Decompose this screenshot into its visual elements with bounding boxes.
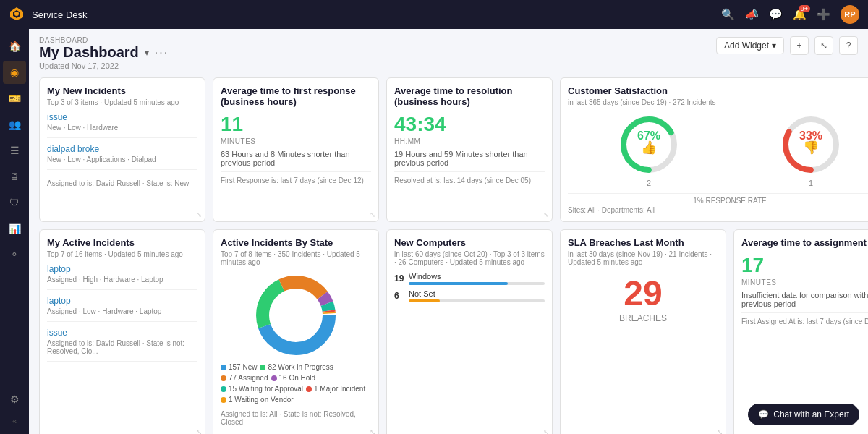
widget-avg-first-response: Average time to first response (business… (213, 77, 379, 222)
app-title: Service Desk (32, 9, 714, 20)
customer-satisfaction-title: Customer Satisfaction (568, 85, 868, 96)
incident-title[interactable]: dialpad broke (47, 144, 197, 154)
resize-handle[interactable]: ⤡ (543, 210, 549, 218)
new-incidents-list[interactable]: issue New · Low · Hardware dialpad broke… (47, 112, 197, 187)
item-label: Windows (409, 272, 545, 281)
chat-label: Chat with an Expert (773, 409, 849, 420)
main-content: DASHBOARD My Dashboard ▾ ··· Updated Nov… (29, 29, 868, 434)
new-incidents-subtitle: Top 3 of 3 items · Updated 5 minutes ago (47, 98, 197, 106)
negative-count: 1 (809, 179, 813, 187)
incident-item: issue New · Low · Hardware (47, 112, 197, 138)
widget-avg-resolution: Average time to resolution (business hou… (386, 77, 553, 222)
user-avatar[interactable]: RP (841, 5, 859, 24)
avg-resolution-value: 43:34 (394, 113, 545, 136)
svg-text:👎: 👎 (803, 140, 820, 156)
avg-assignment-title: Average time to assignment (741, 237, 868, 248)
positive-gauge: 67% 👍 2 (616, 112, 681, 187)
incident-meta: Assigned to is: David Russell · State is… (47, 339, 197, 355)
chat-icon: 💬 (758, 409, 769, 420)
negative-gauge-svg: 33% 👎 (778, 112, 843, 177)
sidebar-tickets[interactable]: 🎫 (3, 87, 26, 110)
negative-gauge: 33% 👎 1 (778, 112, 843, 187)
resize-handle[interactable]: ⤡ (370, 210, 375, 218)
page-header: DASHBOARD My Dashboard ▾ ··· Updated Nov… (39, 36, 858, 70)
chat-icon[interactable]: 💬 (769, 8, 783, 21)
sidebar-collapse[interactable]: « (9, 414, 20, 428)
item-bar-fill (409, 282, 508, 285)
nav-icons: 🔍 📣 💬 🔔 9+ ➕ RP (721, 5, 859, 24)
widget-active-incidents: My Active Incidents Top 7 of 16 items · … (39, 229, 205, 434)
avg-resolution-note: Resolved at is: last 14 days (since Dec … (394, 171, 545, 184)
resize-handle[interactable]: ⤡ (196, 428, 202, 434)
incident-assign: Assigned to is: David Russell · State is… (47, 176, 197, 187)
page-subtitle: Updated Nov 17, 2022 (39, 61, 169, 70)
chat-widget[interactable]: 💬 Chat with an Expert (748, 404, 859, 425)
active-by-state-footer: Assigned to is: All · State is not: Reso… (221, 407, 371, 426)
incident-item: issue Assigned to is: David Russell · St… (47, 328, 197, 362)
satisfaction-gauges: 67% 👍 2 33% 👎 1 (568, 112, 868, 187)
legend-onhold: 16 On Hold (271, 374, 316, 382)
dashboard-dropdown-arrow[interactable]: ▾ (145, 48, 149, 58)
legend-dot-assigned (221, 375, 226, 381)
fullscreen-button[interactable]: ⤡ (814, 36, 833, 55)
search-icon[interactable]: 🔍 (721, 8, 735, 21)
sidebar-circles[interactable]: ⚬ (3, 243, 26, 266)
add-widget-button[interactable]: Add Widget ▾ (716, 37, 784, 54)
help-button[interactable]: ? (839, 36, 858, 55)
app-logo (9, 6, 25, 24)
dashboard-more-options[interactable]: ··· (155, 46, 169, 59)
incident-title[interactable]: laptop (47, 264, 197, 274)
sidebar-shield[interactable]: 🛡 (3, 191, 26, 214)
positive-gauge-svg: 67% 👍 (616, 112, 681, 177)
bell-icon[interactable]: 🔔 9+ (793, 8, 807, 21)
sidebar-dashboard[interactable]: ◉ (3, 61, 26, 84)
svg-point-2 (14, 12, 19, 16)
donut-chart-container (221, 272, 371, 359)
resize-handle[interactable]: ⤡ (543, 428, 549, 434)
item-bar-fill (409, 299, 440, 302)
incident-item: laptop Assigned · Low · Hardware · Lapto… (47, 296, 197, 322)
list-item: 6 Not Set (394, 289, 545, 302)
add-icon-button[interactable]: + (790, 36, 809, 55)
legend-dot-new (221, 365, 226, 370)
notification-badge: 9+ (799, 5, 810, 12)
sidebar-list[interactable]: ☰ (3, 139, 26, 162)
positive-count: 2 (647, 179, 651, 187)
incident-item: laptop Assigned · High · Hardware · Lapt… (47, 264, 197, 290)
resize-handle[interactable]: ⤡ (196, 210, 202, 218)
megaphone-icon[interactable]: 📣 (745, 8, 759, 21)
breaches-label: BREACHES (568, 313, 718, 323)
sidebar-settings[interactable]: ⚙ (3, 388, 26, 411)
header-actions: Add Widget ▾ + ⤡ ? (716, 36, 858, 55)
legend-dot-waiting-approval (221, 386, 226, 392)
widget-new-computers: New Computers in last 60 days (since Oct… (386, 229, 553, 434)
incident-meta: New · Low · Applications · Dialpad (47, 156, 197, 163)
breaches-count: 29 (568, 273, 718, 313)
resize-handle[interactable]: ⤡ (370, 428, 375, 434)
incident-title[interactable]: issue (47, 328, 197, 338)
active-incidents-list[interactable]: laptop Assigned · High · Hardware · Lapt… (47, 264, 197, 367)
item-label: Not Set (409, 289, 545, 298)
avg-first-response-desc: 63 Hours and 8 Minutes shorter than prev… (221, 150, 371, 167)
item-bar (409, 299, 545, 302)
svg-text:👍: 👍 (641, 140, 658, 156)
item-count: 6 (394, 291, 404, 301)
donut-chart-svg (252, 272, 339, 359)
sidebar-people[interactable]: 👥 (3, 113, 26, 136)
sla-breaches-subtitle: in last 30 days (since Nov 19) · 21 Inci… (568, 250, 718, 266)
active-incidents-subtitle: Top 7 of 16 items · Updated 5 minutes ag… (47, 250, 197, 258)
sidebar-monitor[interactable]: 🖥 (3, 165, 26, 188)
incident-title[interactable]: issue (47, 112, 197, 122)
new-computers-subtitle: in last 60 days (since Oct 20) · Top 3 o… (394, 250, 545, 266)
avg-first-response-title: Average time to first response (business… (221, 85, 371, 107)
sidebar-home[interactable]: 🏠 (3, 35, 26, 58)
resize-handle[interactable]: ⤡ (717, 428, 723, 434)
legend-dot-onhold (271, 375, 277, 381)
breadcrumb: DASHBOARD (39, 36, 169, 44)
avg-assignment-desc: Insufficient data for comparison with th… (741, 291, 868, 308)
sidebar-chart[interactable]: 📊 (3, 217, 26, 240)
avg-assignment-note: First Assigned At is: last 7 days (since… (741, 312, 868, 326)
avg-resolution-unit: HH:MM (394, 137, 545, 145)
incident-title[interactable]: laptop (47, 296, 197, 306)
plus-icon[interactable]: ➕ (817, 8, 830, 21)
